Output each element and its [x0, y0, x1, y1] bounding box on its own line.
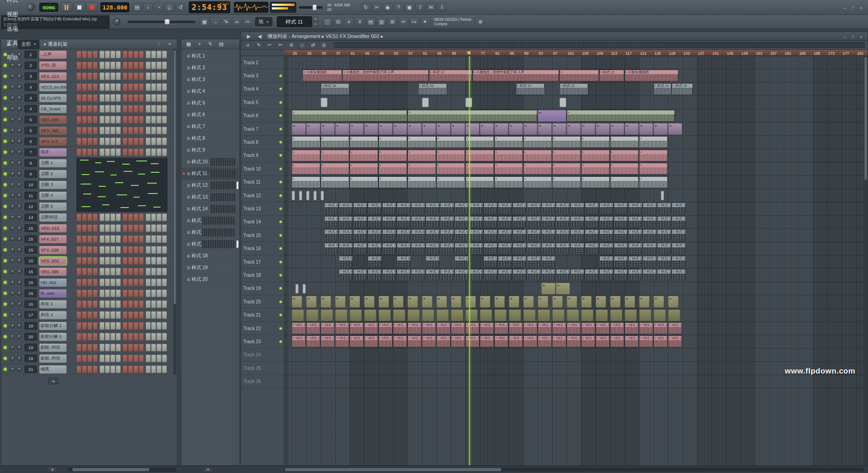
clip[interactable]: ≡样式 15: [527, 243, 541, 255]
clip[interactable]: ▸▸: [625, 123, 639, 135]
clip[interactable]: [408, 309, 420, 321]
step-cell[interactable]: [105, 116, 110, 123]
clip[interactable]: ▸VES..002: [306, 322, 320, 334]
clip[interactable]: ▸VES..099: [335, 336, 349, 347]
save-icon[interactable]: ▣: [404, 3, 414, 12]
channel-enable-led[interactable]: [4, 303, 7, 306]
clip[interactable]: ▸VES..002: [350, 322, 364, 334]
channel-volume-knob[interactable]: [17, 247, 22, 252]
channel-button[interactable]: VES..045∷: [39, 116, 66, 124]
channel-volume-knob[interactable]: [17, 85, 22, 90]
clip[interactable]: ≡样式 16: [440, 216, 454, 228]
speaker-icon[interactable]: ◀: [255, 32, 265, 41]
mute-icon[interactable]: ◇: [297, 41, 307, 50]
step-cell[interactable]: [116, 127, 121, 134]
clip[interactable]: ≡样式 14: [512, 229, 526, 241]
step-cell[interactable]: [116, 300, 121, 308]
track-header[interactable]: Track 26: [241, 375, 284, 388]
step-cell[interactable]: [139, 137, 144, 145]
channel-enable-led[interactable]: [4, 248, 7, 251]
export-icon[interactable]: ⇧: [415, 3, 425, 12]
clip[interactable]: ▸VES..002: [523, 322, 537, 334]
step-cell[interactable]: [100, 333, 104, 341]
clip[interactable]: ▸: [581, 150, 610, 161]
step-cell[interactable]: [100, 300, 104, 308]
clip[interactable]: ≡样式 15: [643, 243, 657, 255]
step-cell[interactable]: [162, 333, 167, 341]
snap-select[interactable]: 线 ▾: [255, 17, 272, 26]
step-cell[interactable]: [76, 51, 81, 58]
step-cell[interactable]: [123, 322, 128, 330]
channel-enable-led[interactable]: [4, 292, 7, 295]
step-cell[interactable]: [162, 279, 167, 286]
channel-volume-knob[interactable]: [17, 258, 22, 263]
clip[interactable]: [538, 309, 550, 321]
step-cell[interactable]: [87, 105, 92, 113]
clip[interactable]: ▸VES..002: [321, 322, 335, 334]
clip[interactable]: ▸VES..099: [625, 336, 639, 347]
clip[interactable]: ≡样式 17: [614, 256, 628, 268]
clip[interactable]: [654, 309, 666, 321]
step-cell[interactable]: [162, 116, 167, 123]
clip[interactable]: ≡样式 15: [585, 243, 599, 255]
channel-volume-knob[interactable]: [17, 161, 22, 166]
clip[interactable]: ≡样式 11: [643, 203, 657, 214]
step-cell[interactable]: [93, 94, 98, 102]
step-cell[interactable]: [139, 355, 144, 362]
channel-enable-led[interactable]: [4, 335, 7, 338]
step-cell[interactable]: [110, 300, 115, 308]
track-header[interactable]: Track 17: [241, 255, 284, 269]
piano-roll-preview[interactable]: [76, 190, 167, 201]
clip[interactable]: ▸VES..002: [552, 322, 566, 334]
step-cell[interactable]: [157, 148, 161, 156]
channel-enable-led[interactable]: [4, 129, 7, 132]
step-cell[interactable]: [157, 235, 161, 243]
channel-pan-knob[interactable]: [10, 269, 15, 274]
channel-mixer-number[interactable]: 21: [24, 365, 37, 373]
step-cell[interactable]: [76, 72, 81, 80]
clip[interactable]: ▸VES..099: [639, 336, 653, 347]
step-cell[interactable]: [123, 94, 128, 102]
step-cell[interactable]: [116, 137, 121, 145]
step-cell[interactable]: [116, 224, 121, 232]
channel-volume-knob[interactable]: [17, 139, 22, 144]
track-enable-led[interactable]: [280, 341, 282, 343]
channel-volume-knob[interactable]: [17, 226, 22, 231]
clip[interactable]: ≡样式 11: [672, 203, 686, 214]
clip[interactable]: ▸▸: [552, 123, 566, 135]
channel-button[interactable]: 拍手∷: [39, 148, 66, 156]
clip[interactable]: ≡样式 3: [353, 216, 367, 228]
step-cell[interactable]: [139, 148, 144, 156]
clip[interactable]: ▸VES..002: [393, 322, 407, 334]
clip[interactable]: ≡样式 16: [585, 216, 599, 228]
step-cell[interactable]: [157, 246, 161, 254]
channel-volume-knob[interactable]: [17, 193, 22, 198]
step-cell[interactable]: [87, 137, 92, 145]
typing-keyboard-icon[interactable]: ▤: [132, 3, 142, 12]
step-cell[interactable]: [146, 105, 151, 113]
clip[interactable]: ▸: [639, 150, 668, 161]
step-cell[interactable]: [110, 355, 115, 362]
step-cell[interactable]: [87, 344, 92, 351]
channel-button[interactable]: ..人声∷: [39, 51, 66, 59]
clip[interactable]: ▸: [639, 136, 668, 148]
step-cell[interactable]: [110, 72, 115, 80]
track-enable-led[interactable]: [280, 128, 282, 130]
clip[interactable]: ▸▸: [436, 296, 447, 307]
clip[interactable]: ≡样式 11: [527, 203, 541, 214]
step-cell[interactable]: [123, 300, 128, 308]
step-cell[interactable]: [116, 355, 121, 362]
clip[interactable]: ▸: [350, 150, 378, 161]
step-cell[interactable]: [76, 137, 81, 145]
channel-enable-led[interactable]: [4, 172, 7, 175]
clip[interactable]: ▸VES..099: [480, 336, 494, 347]
track-enable-led[interactable]: [280, 75, 282, 77]
channel-mixer-number[interactable]: 5: [24, 116, 37, 123]
step-cell[interactable]: [87, 300, 92, 308]
clip[interactable]: ▸: [350, 136, 378, 148]
clip[interactable]: ▸: [552, 176, 581, 188]
clip[interactable]: ≡样式 16: [628, 216, 642, 228]
channel-mixer-number[interactable]: 20: [24, 333, 37, 341]
track-header[interactable]: Track 16: [241, 242, 284, 255]
clip[interactable]: [567, 309, 579, 321]
